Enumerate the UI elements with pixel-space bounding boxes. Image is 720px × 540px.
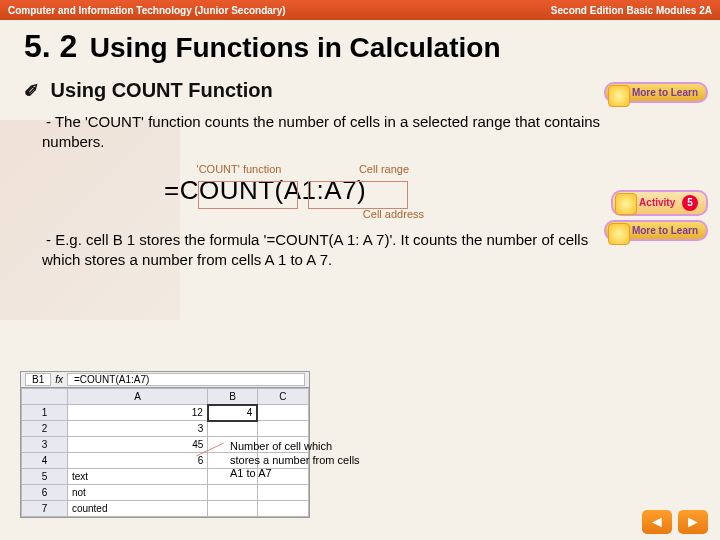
header-right: Second Edition Basic Modules 2A: [551, 5, 712, 16]
arrow-right-icon: ►: [685, 513, 701, 531]
col-header: [22, 389, 68, 405]
cell: [257, 421, 308, 437]
cell-reference: B1: [25, 373, 51, 386]
cell-selected: 4: [208, 405, 257, 421]
nav-controls: ◄ ►: [642, 510, 708, 534]
paragraph-2-text: - E.g. cell B 1 stores the formula '=COU…: [42, 231, 588, 268]
row-header: 2: [22, 421, 68, 437]
col-header: B: [208, 389, 257, 405]
cell: [208, 501, 257, 517]
row-header: 1: [22, 405, 68, 421]
subheading: ✐ Using COUNT Function: [24, 79, 696, 102]
fx-icon: fx: [55, 374, 63, 385]
arrow-left-icon: ◄: [649, 513, 665, 531]
cell: text: [67, 469, 208, 485]
col-header: A: [67, 389, 208, 405]
subheading-text: Using COUNT Function: [51, 79, 273, 101]
annotation-text: Number of cell which stores a number fro…: [230, 440, 360, 480]
formula-box-2: [308, 181, 408, 209]
cell: counted: [67, 501, 208, 517]
prev-button[interactable]: ◄: [642, 510, 672, 534]
formula-label-address: Cell address: [164, 208, 464, 220]
paragraph-1: - The 'COUNT' function counts the number…: [42, 112, 602, 153]
paragraph-1-text: - The 'COUNT' function counts the number…: [42, 113, 600, 150]
cell: 12: [67, 405, 208, 421]
formula-label-range: Cell range: [314, 163, 454, 175]
cell: [208, 421, 257, 437]
more-to-learn-badge-2[interactable]: More to Learn: [604, 220, 708, 241]
row-header: 6: [22, 485, 68, 501]
formula-box-1: [198, 181, 298, 209]
row-header: 3: [22, 437, 68, 453]
section-number: 5. 2: [24, 28, 77, 65]
cell: [257, 485, 308, 501]
bullet-icon: ✐: [24, 80, 39, 102]
cell: [257, 501, 308, 517]
activity-number: 5: [682, 195, 698, 211]
cell: 6: [67, 453, 208, 469]
paragraph-2: - E.g. cell B 1 stores the formula '=COU…: [42, 230, 602, 271]
section-title: Using Functions in Calculation: [90, 32, 501, 64]
cell: [208, 485, 257, 501]
cell: not: [67, 485, 208, 501]
cell: 45: [67, 437, 208, 453]
next-button[interactable]: ►: [678, 510, 708, 534]
book-icon: [608, 85, 630, 107]
badge-label: Activity: [639, 197, 675, 208]
formula-diagram: 'COUNT' function Cell range =COUNT(A1:A7…: [164, 163, 464, 220]
col-header: C: [257, 389, 308, 405]
activity-badge[interactable]: Activity 5: [611, 190, 708, 216]
row-header: 4: [22, 453, 68, 469]
row-header: 7: [22, 501, 68, 517]
badge-label: More to Learn: [632, 225, 698, 236]
header-left: Computer and Information Technology (Jun…: [8, 5, 286, 16]
slide-content: 5. 2 Using Functions in Calculation ✐ Us…: [0, 20, 720, 540]
badge-label: More to Learn: [632, 87, 698, 98]
spreadsheet-formula-bar: B1 fx =COUNT(A1:A7): [21, 372, 309, 388]
formula-label-function: 'COUNT' function: [164, 163, 314, 175]
row-header: 5: [22, 469, 68, 485]
cell: [257, 405, 308, 421]
more-to-learn-badge[interactable]: More to Learn: [604, 82, 708, 103]
puzzle-icon: [615, 193, 637, 215]
formula-bar-text: =COUNT(A1:A7): [67, 373, 305, 386]
book-icon: [608, 223, 630, 245]
header-bar: Computer and Information Technology (Jun…: [0, 0, 720, 20]
cell: 3: [67, 421, 208, 437]
